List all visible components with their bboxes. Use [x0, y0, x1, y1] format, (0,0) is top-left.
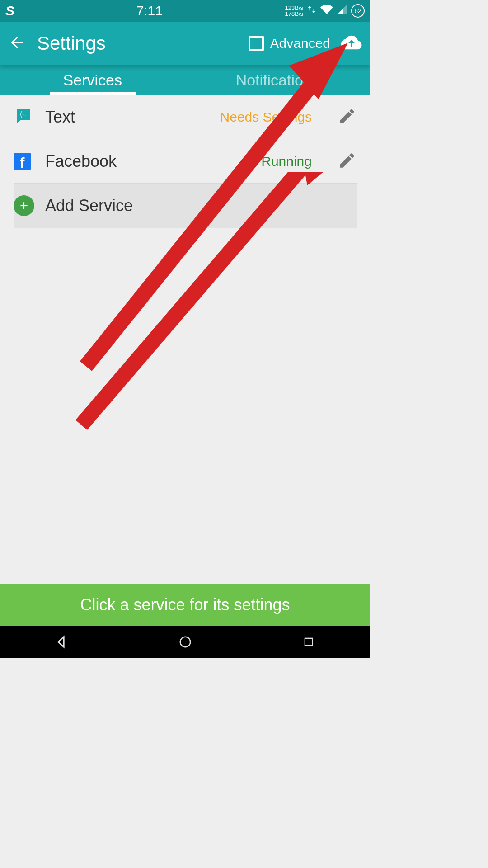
- net-down-label: 178B/s: [285, 11, 303, 17]
- battery-value: 62: [354, 7, 361, 14]
- service-status: Running: [261, 154, 312, 169]
- svg-text:(-:: (-:: [20, 110, 26, 118]
- add-service-label: Add Service: [45, 196, 357, 215]
- checkbox-icon: [249, 36, 264, 51]
- service-name: Text: [45, 108, 220, 127]
- app-status-icon: S: [5, 3, 14, 18]
- hint-bar: Click a service for its settings: [0, 584, 370, 626]
- hint-text: Click a service for its settings: [80, 595, 290, 614]
- advanced-toggle[interactable]: Advanced: [249, 36, 330, 51]
- cloud-upload-button[interactable]: [341, 32, 362, 55]
- service-row-facebook[interactable]: f Facebook Running: [14, 139, 357, 184]
- svg-rect-8: [305, 638, 312, 646]
- facebook-icon: f: [14, 153, 31, 170]
- add-service-button[interactable]: Add Service: [14, 184, 357, 228]
- signal-icon: [337, 4, 347, 18]
- wifi-icon: [320, 3, 333, 19]
- nav-back-button[interactable]: [52, 632, 71, 651]
- network-speed: 123B/s 178B/s: [285, 5, 303, 17]
- nav-recent-button[interactable]: [299, 632, 318, 651]
- svg-point-7: [180, 637, 190, 647]
- tab-services-label: Services: [63, 71, 122, 89]
- tab-services[interactable]: Services: [0, 65, 185, 95]
- back-button[interactable]: [8, 33, 26, 53]
- chat-icon: (-:: [14, 107, 33, 127]
- service-status: Needs Settings: [220, 109, 312, 125]
- status-bar: S 7:11 123B/s 178B/s 62: [0, 0, 370, 22]
- edit-button[interactable]: [338, 107, 357, 127]
- system-nav-bar: [0, 626, 370, 658]
- edit-button[interactable]: [338, 151, 357, 172]
- divider: [329, 145, 329, 178]
- content-area: (-: Text Needs Settings f Facebook Runni…: [0, 95, 370, 584]
- status-clock: 7:11: [14, 3, 285, 19]
- service-row-text[interactable]: (-: Text Needs Settings: [14, 95, 357, 139]
- battery-indicator: 62: [351, 4, 365, 18]
- data-arrows-icon: [307, 5, 317, 17]
- app-bar: Settings Advanced: [0, 22, 370, 65]
- page-title: Settings: [37, 33, 238, 54]
- tab-bar: Services Notifications: [0, 65, 370, 95]
- tab-notifications-label: Notifications: [236, 71, 319, 89]
- tab-notifications[interactable]: Notifications: [185, 65, 371, 95]
- advanced-label: Advanced: [270, 36, 330, 51]
- plus-icon: [14, 195, 34, 216]
- nav-home-button[interactable]: [176, 632, 195, 651]
- divider: [329, 100, 329, 134]
- service-name: Facebook: [45, 152, 261, 171]
